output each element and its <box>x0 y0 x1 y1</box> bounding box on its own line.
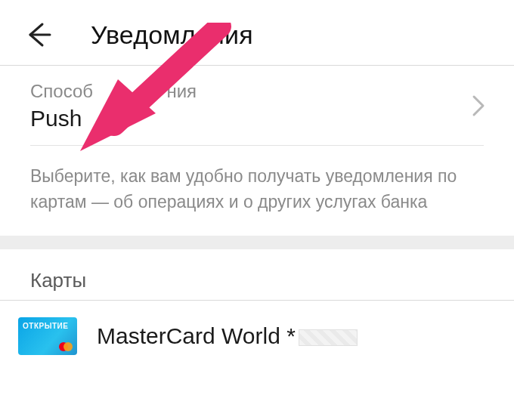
header: Уведомления <box>0 0 514 65</box>
card-name-text: MasterCard World <box>97 323 280 348</box>
back-button[interactable] <box>21 18 54 51</box>
section-divider <box>0 236 514 249</box>
card-row[interactable]: ОТКРЫТИЕ MasterCard World * <box>0 301 514 372</box>
method-value: Push <box>30 106 484 131</box>
method-label-part1: Способ <box>30 81 93 101</box>
notification-method-row[interactable]: Способ xxxxxxx ния Push <box>0 66 514 145</box>
cards-section-title: Карты <box>0 249 514 300</box>
help-text: Выберите, как вам удобно получать уведом… <box>0 146 514 236</box>
page-title: Уведомления <box>91 20 253 50</box>
card-mask-prefix: * <box>286 323 296 348</box>
card-bank-label: ОТКРЫТИЕ <box>23 322 68 330</box>
card-thumbnail: ОТКРЫТИЕ <box>18 317 77 355</box>
method-label: Способ xxxxxxx ния <box>30 79 484 103</box>
card-name: MasterCard World * <box>97 323 358 349</box>
notifications-settings-screen: Уведомления Способ xxxxxxx ния Push Выбе… <box>0 0 514 420</box>
chevron-right-icon <box>472 94 485 117</box>
method-label-part2: ния <box>166 81 197 101</box>
card-masked-digits <box>299 329 358 346</box>
mastercard-logo-icon <box>59 342 73 351</box>
back-arrow-icon <box>23 20 53 50</box>
